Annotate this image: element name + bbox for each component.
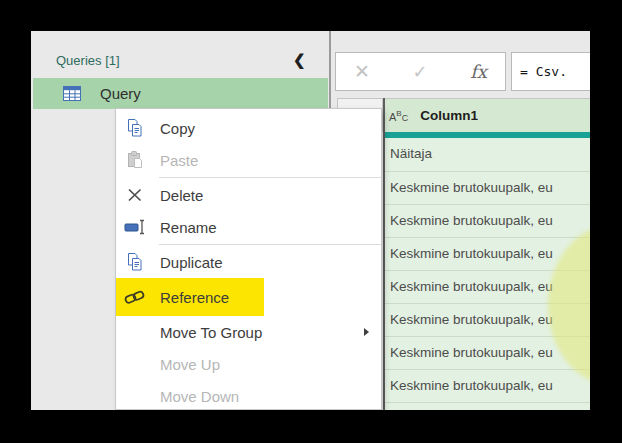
column1-header[interactable]: ABC Column1 — [385, 98, 590, 132]
table-rows: NäitajaKeskmine brutokuupalk, euKeskmine… — [385, 138, 590, 410]
power-query-editor: Queries [1] ❮ Query ✕ ✓ fx = Csv. — [31, 31, 590, 410]
text-type-icon: ABC — [389, 109, 408, 123]
query-list-item[interactable]: Query — [33, 78, 328, 109]
table-icon — [63, 86, 81, 101]
column1-label: Column1 — [420, 108, 478, 123]
menu-item-reference[interactable]: Reference — [116, 278, 381, 316]
table-row[interactable]: Keskmine brutokuupalk, eu — [385, 270, 590, 303]
table-row[interactable]: Keskmine brutokuupalk, eu — [385, 171, 590, 204]
rename-icon — [123, 216, 147, 238]
context-menu: Copy Paste Delete Rename Duplicate Refer… — [115, 108, 382, 410]
screenshot-frame: Queries [1] ❮ Query ✕ ✓ fx = Csv. — [0, 0, 622, 443]
confirm-icon[interactable]: ✓ — [413, 61, 428, 83]
menu-item-rename[interactable]: Rename — [116, 211, 381, 243]
no-icon — [123, 385, 147, 407]
column1: ABC Column1 NäitajaKeskmine brutokuupalk… — [383, 98, 590, 410]
menu-item-copy[interactable]: Copy — [116, 112, 381, 144]
no-icon — [123, 321, 147, 343]
menu-item-move-to-group[interactable]: Move To Group — [116, 316, 381, 348]
paste-icon — [123, 149, 147, 171]
submenu-arrow-icon — [364, 328, 369, 336]
table-row[interactable]: Keskmine brutokuupalk, eu — [385, 303, 590, 336]
cancel-icon[interactable]: ✕ — [354, 60, 370, 83]
copy-icon — [123, 117, 147, 139]
table-row[interactable]: Keskmine brutokuupalk, eu — [385, 204, 590, 237]
query-name: Query — [100, 85, 141, 102]
menu-item-paste: Paste — [116, 144, 381, 176]
reference-icon — [123, 286, 147, 308]
table-row[interactable]: Keskmine brutokuupalk, eu — [385, 237, 590, 270]
table-row[interactable]: Keskmine brutokuupalk, eu — [385, 369, 590, 402]
menu-separator — [159, 177, 381, 178]
delete-icon — [123, 184, 147, 206]
table-row — [385, 402, 590, 410]
formula-toolbar: ✕ ✓ fx — [335, 52, 506, 91]
menu-item-move-up: Move Up — [116, 348, 381, 380]
duplicate-icon — [123, 251, 147, 273]
table-row[interactable]: Näitaja — [385, 138, 590, 171]
formula-input[interactable]: = Csv. — [511, 52, 590, 91]
menu-item-duplicate[interactable]: Duplicate — [116, 246, 381, 278]
queries-pane-title: Queries [1] — [56, 53, 120, 68]
collapse-pane-icon[interactable]: ❮ — [293, 51, 306, 69]
menu-item-delete[interactable]: Delete — [116, 179, 381, 211]
table-row[interactable]: Keskmine brutokuupalk, eu — [385, 336, 590, 369]
menu-separator — [159, 244, 381, 245]
no-icon — [123, 353, 147, 375]
menu-item-move-down: Move Down — [116, 380, 381, 410]
fx-icon: fx — [470, 61, 487, 82]
